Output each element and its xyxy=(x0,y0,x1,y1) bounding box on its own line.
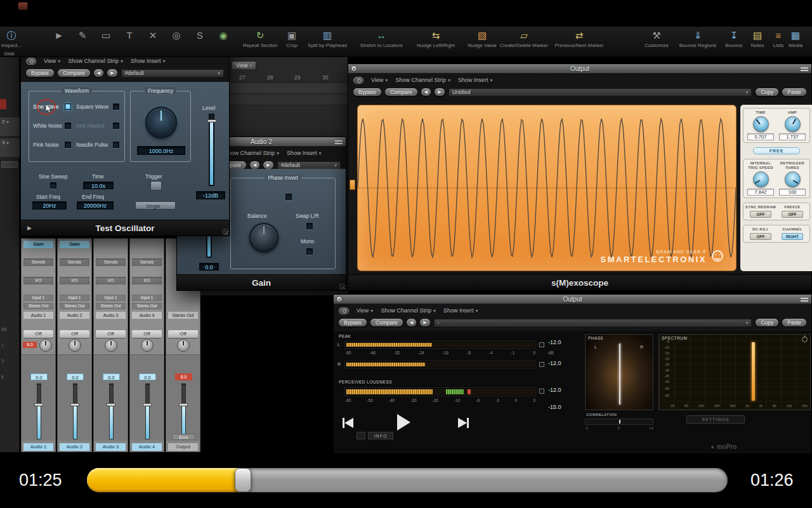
window-titlebar[interactable]: ✕ Output xyxy=(348,64,811,74)
level-slider[interactable] xyxy=(209,114,214,186)
fader-value[interactable]: 0.0 xyxy=(67,373,84,380)
show-channel-strip-menu[interactable]: Show Channel Strip▾ xyxy=(381,307,436,314)
off-button[interactable]: Off xyxy=(23,330,53,338)
output-slot[interactable]: Stereo Out xyxy=(60,303,89,309)
toolbar-item-stretch-to-locators[interactable]: ↔Stretch to Locators xyxy=(355,30,408,48)
fader-handle[interactable] xyxy=(34,403,43,406)
gain-value[interactable]: 0.0 xyxy=(199,263,219,271)
view-menu[interactable]: View▾ xyxy=(357,307,373,314)
input-slot[interactable]: Input 1 xyxy=(96,295,126,301)
io-slot[interactable]: I/O xyxy=(132,277,162,284)
io-slot[interactable]: I/O xyxy=(23,277,53,284)
track-name-label[interactable]: Audio 2 xyxy=(60,443,89,451)
gain-db-readout[interactable]: 8.0 xyxy=(175,373,192,380)
amp-knob[interactable] xyxy=(785,116,801,132)
track-header-2[interactable]: 2▸ xyxy=(0,117,20,137)
volume-fader[interactable] xyxy=(73,384,77,439)
show-channel-strip-menu[interactable]: Show Channel Strip▾ xyxy=(224,150,279,156)
play-button[interactable] xyxy=(397,414,410,431)
next-button[interactable] xyxy=(458,418,469,428)
fader-value[interactable]: 0.0 xyxy=(30,373,48,380)
next-preset-button[interactable]: ▶ xyxy=(420,319,429,326)
toolbar-item-split-by-playhead[interactable]: ▥Split by Playhead xyxy=(301,30,354,48)
output-slot[interactable]: Stereo Out xyxy=(96,303,126,309)
show-insert-menu[interactable]: Show Insert▾ xyxy=(131,58,166,64)
preset-dropdown[interactable]: -▾ xyxy=(434,319,752,327)
disclosure-triangle-icon[interactable]: ▶ xyxy=(27,225,32,231)
peak-hold-checkbox[interactable] xyxy=(539,342,544,347)
input-slot[interactable]: Input 1 xyxy=(60,295,89,301)
bypass-button[interactable]: Bypass xyxy=(353,88,381,96)
io-slot[interactable]: I/O xyxy=(96,277,126,284)
fader-handle[interactable] xyxy=(107,403,115,406)
sends-slot[interactable]: Sends xyxy=(132,258,162,266)
next-preset-button[interactable]: ▶ xyxy=(107,69,117,77)
paste-button[interactable]: Paste xyxy=(782,88,806,96)
volume-fader[interactable] xyxy=(181,384,186,439)
insert-slot-gain[interactable]: Gain xyxy=(60,241,89,248)
toolbar-item-previous-next-marker[interactable]: ⇄Previous/Next Marker xyxy=(553,30,606,48)
channel-name[interactable]: Stereo Out xyxy=(168,312,198,319)
resize-grip[interactable] xyxy=(222,229,228,235)
inspector-tool[interactable]: ⓘ Inspect... xyxy=(0,30,23,48)
view-menu[interactable]: View▾ xyxy=(371,77,388,83)
show-channel-strip-menu[interactable]: Show Channel Strip▾ xyxy=(395,77,450,83)
track-name-label[interactable]: Output xyxy=(168,443,198,451)
channel-name[interactable]: Audio 2 xyxy=(60,312,89,319)
previous-button[interactable] xyxy=(343,418,353,428)
bypass-button[interactable]: Bypass xyxy=(26,69,54,77)
window-shade-icon[interactable] xyxy=(335,140,343,144)
sine-wave-checkbox[interactable] xyxy=(65,104,71,110)
io-slot[interactable]: I/O xyxy=(60,277,89,284)
trigger-button[interactable] xyxy=(150,181,162,190)
preset-dropdown[interactable]: Untitled▾ xyxy=(449,88,752,97)
channel-name[interactable]: Audio 3 xyxy=(96,312,126,319)
toolbar-item-media[interactable]: ▦Media xyxy=(779,30,812,48)
trigger-level-handle[interactable] xyxy=(350,180,355,190)
loudness-hold-checkbox[interactable] xyxy=(539,389,544,394)
next-preset-button[interactable]: ▶ xyxy=(263,161,273,169)
window-titlebar[interactable]: ✕ Output xyxy=(334,295,811,304)
gain-db-readout[interactable]: 8.0 xyxy=(23,342,37,348)
output-slot[interactable]: Stereo Out xyxy=(23,303,53,309)
freeze-button[interactable]: OFF xyxy=(782,211,803,218)
volume-fader[interactable] xyxy=(37,384,41,439)
track-header-3[interactable]: 3▸ xyxy=(0,138,20,157)
anti-aliased-checkbox[interactable] xyxy=(113,123,119,129)
pan-knob[interactable] xyxy=(141,339,154,352)
volume-fader[interactable] xyxy=(109,384,114,439)
end-freq-value[interactable]: 20000Hz xyxy=(77,201,114,210)
amp-value[interactable]: 1.737 xyxy=(779,133,806,140)
sync-redraw-button[interactable]: OFF xyxy=(750,211,771,218)
time-value[interactable]: 0.707 xyxy=(747,133,774,140)
input-slot[interactable]: Input 1 xyxy=(132,295,162,301)
insert-slot-gain[interactable]: Gain xyxy=(23,241,53,248)
previous-preset-button[interactable]: ◀ xyxy=(250,161,259,169)
show-insert-menu[interactable]: Show Insert▾ xyxy=(458,77,493,83)
balance-knob[interactable] xyxy=(249,223,278,252)
fader-value[interactable]: 0.0 xyxy=(103,373,120,380)
pan-knob[interactable] xyxy=(177,339,190,352)
show-insert-menu[interactable]: Show Insert▾ xyxy=(287,150,322,156)
zoom-tool-button[interactable]: ◉ xyxy=(214,30,233,41)
sends-slot[interactable]: Sends xyxy=(96,258,126,266)
settings-button[interactable]: SETTINGS xyxy=(686,415,745,424)
pink-noise-checkbox[interactable] xyxy=(65,142,71,148)
channel-name[interactable]: Audio 1 xyxy=(23,312,53,319)
next-preset-button[interactable]: ▶ xyxy=(435,88,444,96)
compare-button[interactable]: Compare xyxy=(385,88,417,96)
pencil-tool-button[interactable]: ✎ xyxy=(73,30,92,41)
fader-handle[interactable] xyxy=(70,403,79,406)
text-tool-button[interactable]: T xyxy=(120,30,139,41)
input-slot[interactable]: Input 1 xyxy=(23,295,53,301)
close-icon[interactable]: ✕ xyxy=(336,296,343,302)
close-icon[interactable]: ✕ xyxy=(351,65,357,72)
fader-value[interactable]: 0.0 xyxy=(139,373,156,380)
link-icon[interactable] xyxy=(353,77,363,84)
internal-trig-speed-value[interactable]: 7.842 xyxy=(747,189,774,196)
frequency-knob[interactable] xyxy=(145,107,177,138)
scissors-tool-button[interactable]: ✕ xyxy=(143,30,162,41)
pan-knob[interactable] xyxy=(39,339,52,352)
square-wave-checkbox[interactable] xyxy=(113,104,119,110)
paste-button[interactable]: Paste xyxy=(782,319,806,326)
